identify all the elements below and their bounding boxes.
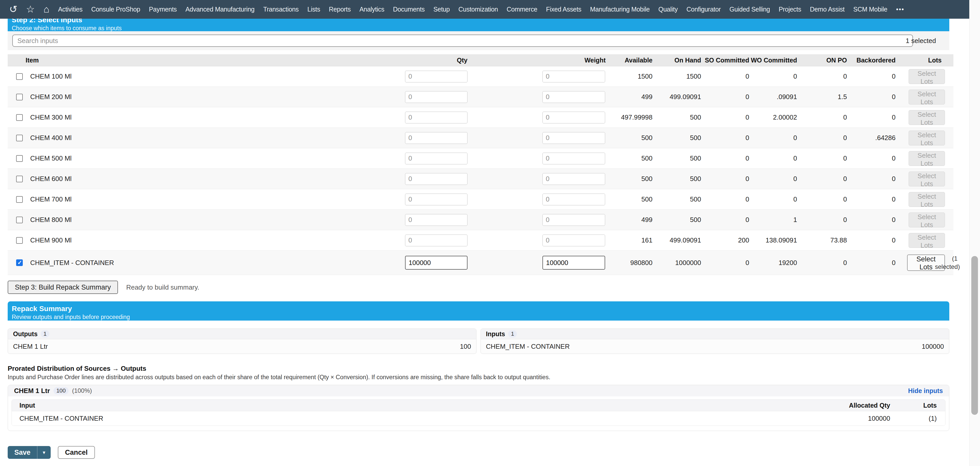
inputs-table-header: Item Qty Weight Available On Hand SO Com…	[8, 54, 953, 66]
nav-item-advanced-manufacturing[interactable]: Advanced Manufacturing	[186, 6, 255, 13]
nav-item-guided-selling[interactable]: Guided Selling	[730, 6, 770, 13]
table-row: CHEM 600 Ml5005000000Select Lots	[8, 169, 953, 189]
row-checkbox[interactable]	[16, 135, 23, 141]
row-checkbox[interactable]	[16, 176, 23, 182]
wo-committed-value: 0	[794, 66, 797, 86]
nav-more-ellipsis[interactable]: •••	[896, 6, 904, 13]
item-name: CHEM 500 Ml	[30, 148, 72, 169]
selected-note: (1 selected)	[935, 254, 958, 271]
outputs-count-badge: 1	[41, 330, 49, 337]
inputs-panel: Inputs 1 CHEM_ITEM - CONTAINER 100000	[480, 329, 949, 354]
qty-input[interactable]	[405, 132, 468, 144]
inputs-panel-header: Inputs 1	[481, 329, 949, 339]
row-checkbox[interactable]	[16, 217, 23, 223]
weight-input[interactable]	[542, 91, 605, 103]
qty-input[interactable]	[405, 153, 468, 164]
item-name: CHEM 400 Ml	[30, 128, 72, 148]
qty-input[interactable]	[405, 173, 468, 185]
home-icon[interactable]: ⌂	[43, 0, 49, 19]
nav-item-consule-proshop[interactable]: Consule ProShop	[91, 6, 140, 13]
weight-input[interactable]	[542, 153, 605, 164]
weight-input[interactable]	[542, 193, 605, 205]
nav-item-reports[interactable]: Reports	[329, 6, 350, 13]
wo-committed-value: 1	[794, 210, 797, 230]
favorites-star-icon[interactable]: ☆	[26, 0, 35, 19]
backordered-value: 0	[892, 189, 896, 209]
qty-input[interactable]	[405, 193, 468, 205]
so-committed-value: 0	[746, 189, 749, 209]
nav-item-customization[interactable]: Customization	[458, 6, 498, 13]
nav-item-transactions[interactable]: Transactions	[263, 6, 299, 13]
row-checkbox[interactable]	[16, 114, 23, 121]
build-repack-summary-button[interactable]: Step 3: Build Repack Summary	[8, 281, 118, 294]
row-checkbox[interactable]	[16, 73, 23, 80]
qty-input[interactable]	[405, 71, 468, 83]
row-checkbox[interactable]	[16, 237, 23, 244]
table-row: CHEM 400 Ml500500000.64286Select Lots	[8, 128, 953, 148]
weight-input[interactable]	[542, 214, 605, 226]
nav-item-projects[interactable]: Projects	[779, 6, 801, 13]
so-committed-value: 0	[746, 169, 749, 189]
scrollbar-thumb[interactable]	[971, 256, 978, 415]
qty-input[interactable]	[405, 91, 468, 103]
qty-input[interactable]	[405, 256, 468, 270]
qty-input[interactable]	[405, 214, 468, 226]
nav-items: ActivitiesConsule ProShopPaymentsAdvance…	[58, 6, 888, 13]
backordered-value: 0	[892, 230, 896, 251]
on-po-value: 0	[843, 128, 847, 148]
table-row: CHEM 800 Ml4995000100Select Lots	[8, 210, 953, 230]
qty-input[interactable]	[405, 112, 468, 123]
so-committed-value: 0	[746, 148, 749, 169]
table-row: CHEM 100 Ml150015000000Select Lots	[8, 66, 953, 87]
on-hand-value: 500	[690, 169, 701, 189]
wo-committed-value: 0	[794, 169, 797, 189]
weight-input[interactable]	[542, 71, 605, 83]
history-icon[interactable]: ↺	[9, 0, 18, 19]
table-row: CHEM 200 Ml499499.090910.090911.50Select…	[8, 87, 953, 107]
row-checkbox[interactable]	[16, 94, 23, 101]
qty-input[interactable]	[405, 235, 468, 246]
on-po-value: 73.88	[830, 230, 847, 251]
vertical-scrollbar[interactable]	[969, 0, 980, 466]
nav-item-quality[interactable]: Quality	[659, 6, 678, 13]
weight-input[interactable]	[542, 132, 605, 144]
row-checkbox[interactable]	[16, 259, 23, 266]
nav-item-activities[interactable]: Activities	[58, 6, 83, 13]
weight-input[interactable]	[542, 112, 605, 123]
nav-item-lists[interactable]: Lists	[307, 6, 320, 13]
row-checkbox[interactable]	[16, 196, 23, 203]
prorated-title: Prorated Distribution of Sources → Outpu…	[8, 365, 146, 373]
prorated-allocated-qty: 100000	[868, 411, 890, 426]
prorated-description: Inputs and Purchase Order lines are dist…	[8, 374, 550, 381]
outputs-panel: Outputs 1 CHEM 1 Ltr 100	[8, 329, 476, 354]
nav-item-manufacturing-mobile[interactable]: Manufacturing Mobile	[590, 6, 650, 13]
save-dropdown-caret[interactable]: ▾	[37, 446, 51, 459]
prorated-card: CHEM 1 Ltr 100 (100%) Hide inputs Input …	[8, 385, 949, 431]
search-input[interactable]	[12, 35, 913, 47]
row-checkbox[interactable]	[16, 155, 23, 162]
on-po-value: 0	[843, 169, 847, 189]
outputs-label: Outputs	[13, 330, 38, 338]
search-section: 1 selected	[8, 31, 949, 50]
nav-item-commerce[interactable]: Commerce	[507, 6, 537, 13]
outputs-row: CHEM 1 Ltr 100	[8, 339, 476, 354]
nav-item-setup[interactable]: Setup	[433, 6, 450, 13]
hide-inputs-link[interactable]: Hide inputs	[908, 387, 943, 394]
nav-item-configurator[interactable]: Configurator	[687, 6, 721, 13]
save-button[interactable]: Save	[8, 446, 37, 459]
nav-item-demo-assist[interactable]: Demo Assist	[810, 6, 845, 13]
nav-item-fixed-assets[interactable]: Fixed Assets	[546, 6, 581, 13]
save-split-button: Save ▾	[8, 446, 51, 459]
nav-item-payments[interactable]: Payments	[149, 6, 177, 13]
nav-item-analytics[interactable]: Analytics	[360, 6, 384, 13]
cancel-button[interactable]: Cancel	[58, 446, 95, 459]
backordered-value: 0	[892, 107, 896, 128]
nav-item-scm-mobile[interactable]: SCM Mobile	[853, 6, 888, 13]
weight-input[interactable]	[542, 256, 605, 270]
output-item-qty: 100	[460, 343, 471, 351]
wo-committed-value: 19200	[779, 251, 797, 275]
footer-actions: Save ▾ Cancel	[8, 446, 95, 459]
weight-input[interactable]	[542, 235, 605, 246]
nav-item-documents[interactable]: Documents	[393, 6, 425, 13]
weight-input[interactable]	[542, 173, 605, 185]
